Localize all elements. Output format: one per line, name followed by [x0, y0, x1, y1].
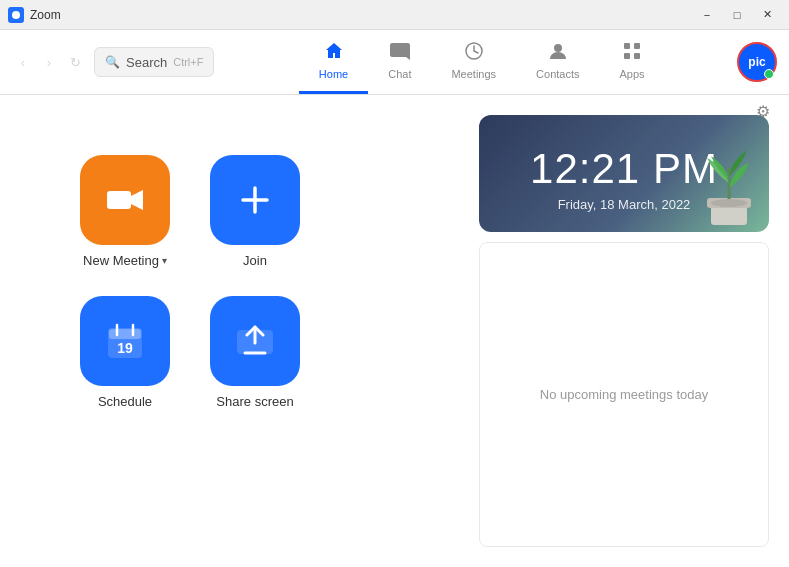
nav-tabs: Home Chat Meetings	[226, 30, 737, 94]
search-box[interactable]: 🔍 Search Ctrl+F	[94, 47, 214, 77]
new-meeting-item: New Meeting ▾	[80, 155, 170, 268]
tab-home[interactable]: Home	[299, 30, 368, 94]
nav-bar: ‹ › ↻ 🔍 Search Ctrl+F Home Chat	[0, 30, 789, 95]
new-meeting-text: New Meeting	[83, 253, 159, 268]
search-shortcut: Ctrl+F	[173, 56, 203, 68]
new-meeting-dropdown-icon: ▾	[162, 255, 167, 266]
main-content: New Meeting ▾ Join	[0, 95, 789, 567]
app-title: Zoom	[30, 8, 693, 22]
svg-point-22	[711, 199, 747, 207]
tab-apps-label: Apps	[620, 68, 645, 80]
profile-initials: pic	[748, 55, 765, 69]
home-icon	[324, 41, 344, 66]
schedule-button[interactable]: 19	[80, 296, 170, 386]
share-screen-label: Share screen	[216, 394, 293, 409]
share-screen-button[interactable]	[210, 296, 300, 386]
plant-decoration	[689, 138, 769, 232]
action-grid: New Meeting ▾ Join	[80, 155, 300, 409]
schedule-label: Schedule	[98, 394, 152, 409]
svg-rect-13	[109, 329, 141, 339]
profile-avatar[interactable]: pic	[737, 42, 777, 82]
svg-point-1	[12, 11, 20, 19]
tab-meetings[interactable]: Meetings	[431, 30, 516, 94]
svg-text:19: 19	[117, 340, 133, 356]
svg-rect-8	[107, 191, 131, 209]
svg-rect-6	[624, 53, 630, 59]
nav-arrows: ‹ › ↻	[12, 51, 86, 73]
apps-icon	[622, 41, 642, 66]
tab-contacts-label: Contacts	[536, 68, 579, 80]
maximize-button[interactable]: □	[723, 5, 751, 25]
search-label: Search	[126, 55, 167, 70]
svg-rect-5	[634, 43, 640, 49]
new-meeting-button[interactable]	[80, 155, 170, 245]
minimize-button[interactable]: −	[693, 5, 721, 25]
join-button[interactable]	[210, 155, 300, 245]
right-panel: 12:21 PM Friday, 18 March, 2022	[479, 95, 789, 567]
new-meeting-label: New Meeting ▾	[83, 253, 167, 268]
tab-apps[interactable]: Apps	[600, 30, 665, 94]
schedule-item: 19 Schedule	[80, 296, 170, 409]
tab-chat-label: Chat	[388, 68, 411, 80]
no-meetings-message: No upcoming meetings today	[540, 387, 708, 402]
app-icon	[8, 7, 24, 23]
meetings-panel: No upcoming meetings today	[479, 242, 769, 547]
search-icon: 🔍	[105, 55, 120, 69]
tab-meetings-label: Meetings	[451, 68, 496, 80]
join-label: Join	[243, 253, 267, 268]
status-indicator	[764, 69, 774, 79]
svg-rect-4	[624, 43, 630, 49]
svg-rect-7	[634, 53, 640, 59]
back-button[interactable]: ‹	[12, 51, 34, 73]
contacts-icon	[548, 41, 568, 66]
chat-icon	[390, 41, 410, 66]
share-screen-item: Share screen	[210, 296, 300, 409]
window-controls: − □ ✕	[693, 5, 781, 25]
tab-chat[interactable]: Chat	[368, 30, 431, 94]
svg-point-3	[554, 44, 562, 52]
join-item: Join	[210, 155, 300, 268]
title-bar: Zoom − □ ✕	[0, 0, 789, 30]
clock-card: 12:21 PM Friday, 18 March, 2022	[479, 115, 769, 232]
refresh-button[interactable]: ↻	[64, 51, 86, 73]
left-panel: New Meeting ▾ Join	[0, 95, 479, 567]
tab-home-label: Home	[319, 68, 348, 80]
forward-button[interactable]: ›	[38, 51, 60, 73]
meetings-icon	[464, 41, 484, 66]
tab-contacts[interactable]: Contacts	[516, 30, 599, 94]
profile-area: pic	[737, 42, 777, 82]
close-button[interactable]: ✕	[753, 5, 781, 25]
